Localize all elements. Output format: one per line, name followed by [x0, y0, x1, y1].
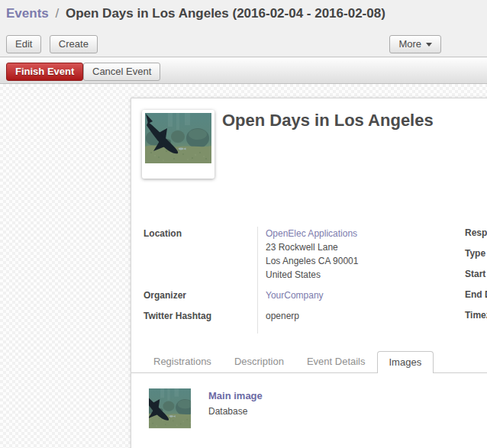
top-toolbar: Events / Open Days in Los Angeles (2016-… — [0, 0, 487, 57]
organizer-row: Organizer YourCompany — [144, 288, 472, 309]
breadcrumb-current-title: Open Days in Los Angeles (2016-02-04 - 2… — [66, 6, 385, 21]
organizer-value: YourCompany — [257, 288, 472, 309]
breadcrumb-events-link[interactable]: Events — [6, 6, 49, 21]
type-label: Type — [465, 247, 487, 259]
location-address-line: Los Angeles CA 90001 — [266, 254, 472, 268]
finish-event-button[interactable]: Finish Event — [6, 63, 83, 81]
end-date-label: End Date — [465, 288, 487, 301]
main-image-source: Database — [208, 406, 263, 417]
main-image-link[interactable]: Main image — [208, 390, 263, 401]
edit-button[interactable]: Edit — [6, 35, 41, 53]
location-label: Location — [144, 227, 257, 288]
more-button-label: More — [398, 38, 421, 50]
location-row: Location OpenElec Applications 23 Rockwe… — [144, 227, 472, 288]
breadcrumb: Events / Open Days in Los Angeles (2016-… — [6, 6, 385, 21]
tab-description[interactable]: Description — [223, 351, 295, 372]
more-button[interactable]: More — [389, 35, 441, 53]
event-photo-frame — [142, 110, 214, 179]
event-title: Open Days in Los Angeles — [222, 111, 434, 131]
toolbar-button-row: Edit Create More — [6, 35, 481, 53]
responsible-label: Responsible — [465, 227, 487, 239]
image-record: Main image Database — [208, 390, 263, 417]
twitter-hashtag-label: Twitter Hashtag — [144, 309, 257, 334]
main-image-photo — [149, 388, 198, 430]
location-link[interactable]: OpenElec Applications — [266, 228, 357, 239]
create-button[interactable]: Create — [50, 35, 98, 53]
event-form-screen: Events / Open Days in Los Angeles (2016-… — [0, 0, 487, 448]
caret-down-icon — [426, 43, 432, 47]
right-field-group: Responsible Type Start Date End Date Tim… — [465, 227, 487, 330]
left-field-group: Location OpenElec Applications 23 Rockwe… — [144, 227, 472, 334]
location-address-line: United States — [266, 268, 472, 282]
tab-images[interactable]: Images — [377, 351, 434, 373]
breadcrumb-separator: / — [52, 6, 62, 21]
main-image-thumbnail — [149, 388, 198, 430]
notebook-tabs: Registrations Description Event Details … — [131, 351, 487, 373]
start-date-label: Start Date — [465, 268, 487, 280]
status-bar: Finish Event Cancel Event — [0, 58, 487, 84]
event-sheet: Open Days in Los Angeles Location OpenEl… — [131, 98, 487, 448]
form-background: Open Days in Los Angeles Location OpenEl… — [0, 84, 487, 448]
timezone-label: Timezone — [465, 309, 487, 321]
location-value: OpenElec Applications 23 Rockwell Lane L… — [257, 227, 472, 288]
cancel-event-button[interactable]: Cancel Event — [83, 63, 160, 81]
tab-registrations[interactable]: Registrations — [142, 351, 223, 372]
event-photo — [145, 113, 211, 163]
twitter-hashtag-row: Twitter Hashtag openerp — [144, 309, 472, 334]
tab-event-details[interactable]: Event Details — [295, 351, 377, 372]
location-address-line: 23 Rockwell Lane — [266, 240, 472, 254]
organizer-link[interactable]: YourCompany — [266, 290, 324, 301]
twitter-hashtag-value: openerp — [257, 309, 472, 334]
organizer-label: Organizer — [144, 288, 257, 309]
